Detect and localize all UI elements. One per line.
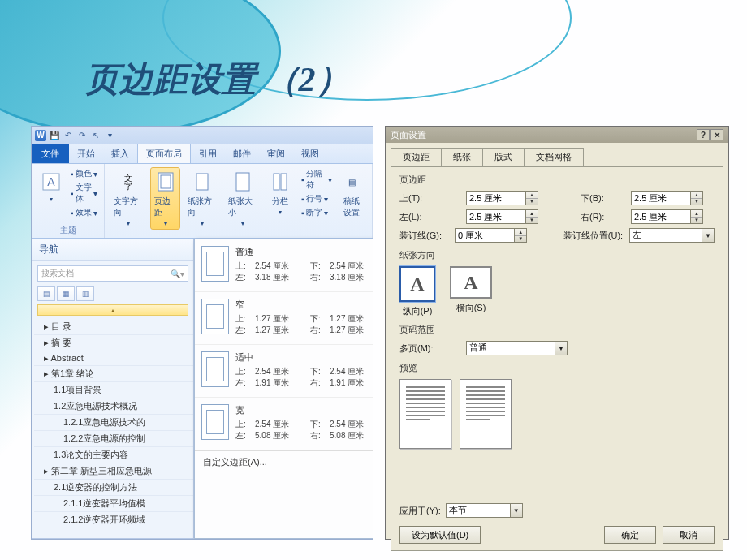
nav-item[interactable]: ▸ Abstract: [34, 351, 193, 366]
section-orientation-label: 纸张方向: [399, 249, 715, 261]
save-icon[interactable]: 💾: [49, 130, 60, 141]
slide-title: 页边距设置 （2）: [85, 57, 350, 102]
themes-button[interactable]: A ▾: [37, 167, 66, 205]
hyphenation-button[interactable]: ▪ 断字 ▾: [300, 206, 334, 219]
nav-item[interactable]: ▸ 摘 要: [34, 335, 193, 351]
nav-tree: ▸ 目 录▸ 摘 要▸ Abstract▸ 第1章 绪论1.1项目背景1.2应急…: [34, 319, 193, 528]
label-bottom: 下(B):: [581, 192, 626, 205]
section-preview-label: 预览: [399, 362, 715, 374]
theme-fonts[interactable]: ▪ 文字体 ▾: [69, 181, 99, 205]
margins-icon: [153, 170, 178, 194]
line-numbers-button[interactable]: ▪ 行号 ▾: [300, 192, 334, 205]
dlgtab-margins[interactable]: 页边距: [391, 148, 442, 166]
tab-references[interactable]: 引用: [191, 144, 225, 163]
set-default-button[interactable]: 设为默认值(D): [399, 526, 481, 544]
redo-icon[interactable]: ↷: [76, 130, 88, 141]
margins-dropdown: 普通上:2.54 厘米下:2.54 厘米左:3.18 厘米右:3.18 厘米窄上…: [194, 239, 374, 539]
svg-text:A: A: [47, 175, 55, 188]
section-pages-label: 页码范围: [399, 324, 715, 336]
input-bottom[interactable]: ▲▼: [631, 191, 703, 205]
quick-access-toolbar: W 💾 ↶ ↷ ↖ ▾: [32, 127, 373, 144]
preview-page-1: [399, 379, 451, 449]
svg-rect-6: [196, 174, 208, 190]
search-icon: 🔍▾: [171, 269, 184, 278]
input-top[interactable]: ▲▼: [466, 191, 538, 205]
cancel-button[interactable]: 取消: [663, 526, 715, 544]
undo-icon[interactable]: ↶: [63, 130, 74, 141]
svg-rect-9: [281, 174, 287, 190]
nav-item[interactable]: ▸ 目 录: [34, 319, 193, 335]
margin-thumb-icon: [201, 299, 229, 334]
size-button[interactable]: 纸张大小▾: [224, 167, 261, 230]
input-right[interactable]: ▲▼: [631, 209, 703, 224]
custom-margins[interactable]: 自定义边距(A)...: [195, 450, 374, 473]
theme-colors[interactable]: ▪ 颜色 ▾: [69, 167, 99, 180]
dlgtab-layout[interactable]: 版式: [482, 148, 525, 166]
tab-review[interactable]: 审阅: [259, 144, 293, 163]
margin-thumb-icon: [201, 246, 229, 282]
columns-icon: [268, 170, 292, 194]
orientation-portrait[interactable]: A纵向(P): [399, 266, 435, 317]
nav-item[interactable]: 1.2应急电源技术概况: [34, 398, 193, 415]
text-direction-button[interactable]: 文字文字方向▾: [110, 167, 147, 230]
orientation-landscape[interactable]: A横向(S): [450, 266, 492, 317]
svg-text:字: 字: [124, 182, 132, 191]
margin-thumb-icon: [201, 351, 229, 387]
theme-effects[interactable]: ▪ 效果 ▾: [69, 206, 99, 219]
input-left[interactable]: ▲▼: [466, 209, 538, 224]
nav-item[interactable]: 1.2.1应急电源技术的: [34, 415, 193, 431]
view-pages-icon[interactable]: ▦: [57, 286, 75, 301]
tab-file[interactable]: 文件: [32, 144, 69, 163]
ok-button[interactable]: 确定: [604, 526, 656, 544]
nav-search-input[interactable]: 搜索文档🔍▾: [37, 265, 188, 282]
margin-preset[interactable]: 适中上:2.54 厘米下:2.54 厘米左:1.91 厘米右:1.91 厘米: [195, 345, 374, 398]
close-button[interactable]: ✕: [710, 129, 723, 140]
ribbon-tabs: 文件 开始 插入 页面布局 引用 邮件 审阅 视图: [32, 144, 373, 164]
pointer-icon[interactable]: ↖: [90, 130, 101, 141]
combo-gutter-pos[interactable]: 左▼: [629, 228, 715, 243]
navigation-pane: 导航 搜索文档🔍▾ ▤▦▥ ▴ ▸ 目 录▸ 摘 要▸ Abstract▸ 第1…: [32, 239, 194, 539]
nav-collapse-bar[interactable]: ▴: [37, 304, 188, 316]
nav-item[interactable]: 2.1.1逆变器平均值模: [34, 496, 193, 512]
qat-more-icon[interactable]: ▾: [104, 130, 115, 141]
combo-multipage[interactable]: 普通▼: [466, 341, 568, 355]
margins-button[interactable]: 页边距▾: [150, 167, 180, 230]
breaks-button[interactable]: ▪ 分隔符 ▾: [300, 167, 334, 192]
label-gutter-pos: 装订线位置(U):: [563, 230, 624, 242]
tab-mail[interactable]: 邮件: [225, 144, 259, 163]
label-left: 左(L):: [399, 211, 461, 223]
tab-home[interactable]: 开始: [69, 144, 103, 163]
margin-preset[interactable]: 宽上:2.54 厘米下:2.54 厘米左:5.08 厘米右:5.08 厘米: [195, 398, 374, 450]
nav-item[interactable]: 1.2.2应急电源的控制: [34, 431, 193, 447]
combo-apply-to[interactable]: 本节▼: [446, 503, 523, 518]
themes-icon: A: [39, 170, 63, 194]
page-settings-button[interactable]: ▤稿纸 设置: [337, 167, 367, 221]
tab-insert[interactable]: 插入: [103, 144, 137, 163]
nav-item[interactable]: ▸ 第二章 新型三相应急电源: [34, 463, 193, 480]
margin-preset[interactable]: 普通上:2.54 厘米下:2.54 厘米左:3.18 厘米右:3.18 厘米: [195, 239, 374, 292]
nav-item[interactable]: 1.3论文的主要内容: [34, 447, 193, 463]
page-settings-icon: ▤: [340, 170, 365, 194]
help-button[interactable]: ?: [697, 129, 710, 140]
preview-area: [399, 379, 715, 449]
nav-item[interactable]: 1.1项目背景: [34, 382, 193, 398]
nav-item[interactable]: 2.1.2逆变器开环频域: [34, 512, 193, 528]
dlgtab-paper[interactable]: 纸张: [441, 148, 483, 166]
orientation-button[interactable]: 纸张方向▾: [184, 167, 221, 230]
tab-view[interactable]: 视图: [293, 144, 327, 163]
nav-view-switch[interactable]: ▤▦▥: [37, 286, 188, 301]
label-gutter: 装订线(G):: [399, 230, 450, 242]
svg-rect-8: [274, 174, 279, 190]
nav-item[interactable]: 2.1逆变器的控制方法: [34, 480, 193, 496]
text-direction-icon: 文字: [116, 170, 140, 194]
margin-thumb-icon: [201, 404, 229, 440]
input-gutter[interactable]: ▲▼: [455, 228, 527, 243]
nav-item[interactable]: ▸ 第1章 绪论: [34, 366, 193, 382]
margin-preset[interactable]: 窄上:1.27 厘米下:1.27 厘米左:1.27 厘米右:1.27 厘米: [195, 292, 374, 345]
view-results-icon[interactable]: ▥: [76, 286, 94, 301]
columns-button[interactable]: 分栏▾: [265, 167, 295, 218]
dlgtab-grid[interactable]: 文档网格: [524, 148, 584, 166]
page-setup-dialog: 页面设置 ?✕ 页边距 纸张 版式 文档网格 页边距 上(T): ▲▼ 下(B)…: [385, 126, 729, 540]
view-headings-icon[interactable]: ▤: [37, 286, 55, 301]
tab-page-layout[interactable]: 页面布局: [137, 144, 191, 163]
